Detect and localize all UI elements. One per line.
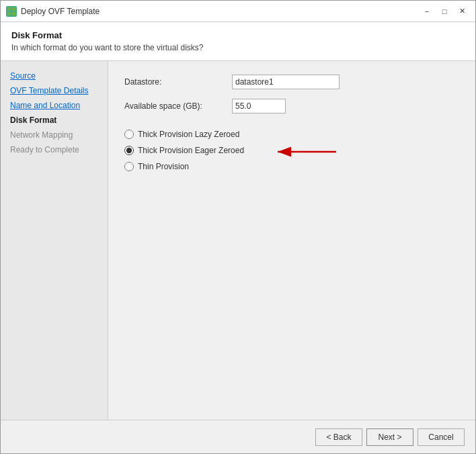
- back-button[interactable]: < Back: [315, 428, 362, 446]
- radio-item-thick-lazy[interactable]: Thick Provision Lazy Zeroed: [124, 130, 459, 139]
- available-space-label: Available space (GB):: [124, 101, 232, 111]
- maximize-button[interactable]: □: [436, 5, 452, 18]
- radio-item-thick-eager[interactable]: Thick Provision Eager Zeroed: [124, 146, 459, 155]
- window-title: Deploy OVF Template: [21, 7, 419, 16]
- app-icon: [6, 6, 17, 17]
- radio-thick-lazy-label: Thick Provision Lazy Zeroed: [138, 130, 239, 139]
- radio-item-thin[interactable]: Thin Provision: [124, 162, 459, 171]
- footer: < Back Next > Cancel: [1, 420, 475, 453]
- close-button[interactable]: ✕: [454, 5, 470, 18]
- svg-rect-3: [12, 12, 15, 15]
- datastore-input[interactable]: [232, 75, 340, 89]
- radio-thin[interactable]: [124, 162, 134, 171]
- radio-thick-lazy[interactable]: [124, 130, 134, 139]
- sidebar-item-network-mapping: Network Mapping: [6, 128, 102, 142]
- provision-options: Thick Provision Lazy Zeroed Thick Provis…: [124, 130, 459, 171]
- sidebar-item-name-and-location[interactable]: Name and Location: [6, 99, 102, 112]
- datastore-label: Datastore:: [124, 77, 232, 87]
- svg-rect-2: [7, 12, 11, 15]
- svg-rect-1: [12, 7, 15, 11]
- next-button[interactable]: Next >: [366, 428, 413, 446]
- sidebar-item-source[interactable]: Source: [6, 69, 102, 83]
- sidebar: Source OVF Template Details Name and Loc…: [1, 61, 108, 420]
- page-header: Disk Format In which format do you want …: [1, 22, 475, 61]
- title-bar: Deploy OVF Template − □ ✕: [1, 1, 475, 22]
- page-subtitle: In which format do you want to store the…: [11, 43, 465, 52]
- radio-thick-eager-label: Thick Provision Eager Zeroed: [138, 146, 244, 155]
- svg-rect-0: [7, 7, 11, 11]
- cancel-button[interactable]: Cancel: [418, 428, 465, 446]
- available-space-input[interactable]: [232, 99, 286, 114]
- arrow-indicator: [272, 144, 340, 159]
- available-space-row: Available space (GB):: [124, 99, 459, 114]
- radio-thick-eager[interactable]: [124, 146, 134, 155]
- radio-thin-label: Thin Provision: [138, 162, 189, 171]
- content-area: Source OVF Template Details Name and Loc…: [1, 61, 475, 420]
- sidebar-item-ready-to-complete: Ready to Complete: [6, 143, 102, 156]
- main-panel: Datastore: Available space (GB): Thick P…: [108, 61, 475, 420]
- sidebar-item-disk-format: Disk Format: [6, 114, 102, 127]
- sidebar-item-ovf-template-details[interactable]: OVF Template Details: [6, 84, 102, 97]
- datastore-row: Datastore:: [124, 75, 459, 89]
- main-window: Deploy OVF Template − □ ✕ Disk Format In…: [0, 0, 476, 454]
- minimize-button[interactable]: −: [419, 5, 435, 18]
- window-controls: − □ ✕: [419, 5, 470, 18]
- page-title: Disk Format: [11, 30, 465, 40]
